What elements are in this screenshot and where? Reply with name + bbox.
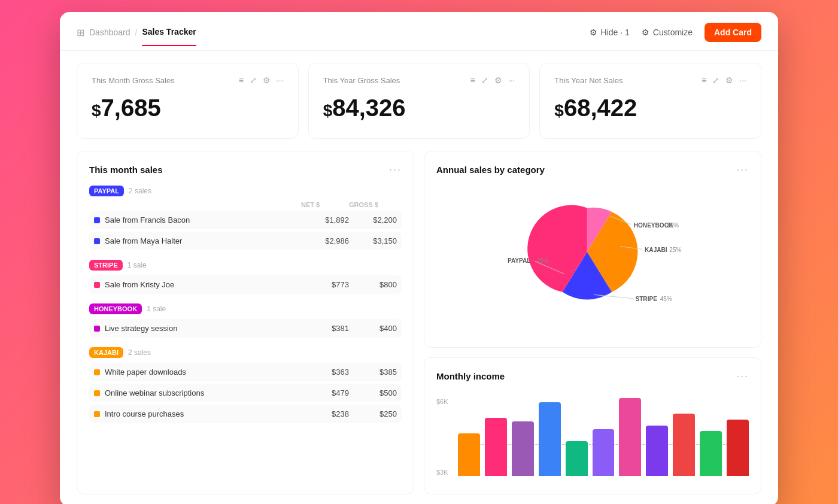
- gear-icon-2[interactable]: ⚙: [494, 75, 502, 85]
- stat-card-value-3: $68,422: [554, 95, 746, 122]
- stat-card-icons-1: ≡ ⤢ ⚙ ···: [239, 75, 284, 85]
- header-actions: ⚙ Hide · 1 ⚙ Customize Add Card: [590, 23, 761, 50]
- more-icon[interactable]: ···: [277, 75, 284, 85]
- breadcrumb-current: Sales Tracker: [142, 27, 196, 46]
- sale-name: White paper downloads: [94, 368, 301, 377]
- sale-name: Live strategy session: [94, 324, 301, 333]
- svg-text:15%: 15%: [667, 222, 679, 229]
- bottom-sections: This month sales ··· PAYPAL 2 sales NET …: [77, 151, 761, 494]
- stat-card-value-2: $84,326: [323, 95, 515, 122]
- svg-text:45%: 45%: [660, 296, 672, 302]
- sale-row: Live strategy session $381 $400: [89, 319, 402, 338]
- sales-list: PAYPAL 2 sales NET $ GROSS $ Sale from F…: [89, 186, 402, 423]
- bar-0: [458, 433, 480, 476]
- payment-group-count-stripe: 1 sale: [127, 261, 147, 269]
- payment-badge-honeybook: HONEYBOOK: [89, 303, 142, 314]
- stat-card-monthly-gross: This Month Gross Sales ≡ ⤢ ⚙ ··· $7,685: [77, 63, 299, 139]
- sale-net: $2,986: [301, 236, 349, 245]
- expand-icon-2[interactable]: ⤢: [481, 75, 488, 85]
- sale-row: Sale from Maya Halter $2,986 $3,150: [89, 232, 402, 250]
- bar-8: [673, 414, 695, 476]
- stat-cards: This Month Gross Sales ≡ ⤢ ⚙ ··· $7,685 …: [77, 63, 761, 139]
- expand-icon-3[interactable]: ⤢: [712, 75, 719, 85]
- sale-row: Sale from Francis Bacon $1,892 $2,200: [89, 211, 402, 229]
- payment-group-count-honeybook: 1 sale: [147, 305, 166, 313]
- stat-card-title-1: This Month Gross Sales: [92, 76, 175, 85]
- bar-chart-bars: [458, 398, 749, 476]
- payment-group-count-kajabi: 2 sales: [128, 348, 151, 357]
- pie-section-header: Annual sales by category ···: [436, 163, 749, 176]
- header: ⊞ Dashboard / Sales Tracker ⚙ Hide · 1 ⚙…: [60, 12, 778, 51]
- sale-net: $773: [301, 280, 349, 289]
- svg-text:STRIPE: STRIPE: [636, 296, 658, 302]
- sale-net: $1,892: [301, 215, 349, 224]
- bar-chart-area: $6K $3K: [436, 398, 749, 476]
- payment-badge-paypal: PAYPAL: [89, 186, 124, 196]
- sale-dot: [94, 282, 100, 288]
- sale-row: Online webinar subscriptions $479 $500: [89, 384, 402, 402]
- payment-badge-kajabi: KAJABI: [89, 347, 123, 358]
- sale-dot: [94, 217, 100, 223]
- bar-more-button[interactable]: ···: [736, 370, 749, 382]
- sales-section-header: This month sales ···: [89, 163, 402, 176]
- filter-icon-3[interactable]: ≡: [702, 75, 706, 85]
- settings-icon: ⚙: [642, 28, 649, 37]
- payment-group-header-kajabi: KAJABI 2 sales: [89, 347, 402, 358]
- filter-icon-2[interactable]: ≡: [470, 75, 475, 85]
- sale-gross: $250: [349, 409, 397, 418]
- bar-3: [539, 402, 561, 476]
- charts-column: Annual sales by category ···: [424, 151, 761, 494]
- breadcrumb-dashboard: Dashboard: [89, 28, 130, 37]
- filter-icon[interactable]: ≡: [239, 75, 244, 85]
- pie-more-button[interactable]: ···: [736, 163, 749, 176]
- sale-name: Online webinar subscriptions: [94, 388, 301, 397]
- bar-6: [619, 398, 641, 476]
- sale-net: $479: [301, 388, 349, 397]
- pie-chart-svg: HONEYBOOK 15% KAJABI 25% PAYPAL 25% STRI…: [497, 192, 688, 323]
- gear-icon[interactable]: ⚙: [263, 75, 271, 85]
- sales-section-title: This month sales: [89, 165, 163, 175]
- bar-section-header: Monthly income ···: [436, 370, 749, 382]
- bar-section: Monthly income ··· $6K $3K: [424, 357, 761, 494]
- pie-section-title: Annual sales by category: [436, 165, 545, 175]
- more-icon-3[interactable]: ···: [739, 75, 746, 85]
- bar-4: [566, 441, 588, 476]
- sale-name: Sale from Kristy Joe: [94, 280, 301, 289]
- more-icon-2[interactable]: ···: [508, 75, 515, 85]
- sale-gross: $500: [349, 388, 397, 397]
- breadcrumb: ⊞ Dashboard / Sales Tracker: [77, 27, 196, 47]
- sale-row: Intro course purchases $238 $250: [89, 405, 402, 423]
- sales-more-button[interactable]: ···: [389, 163, 402, 176]
- breadcrumb-sep: /: [135, 28, 138, 37]
- bar-1: [485, 418, 507, 476]
- customize-button[interactable]: ⚙ Customize: [642, 28, 693, 37]
- stat-card-icons-2: ≡ ⤢ ⚙ ···: [470, 75, 515, 85]
- sales-table-header: NET $ GROSS $: [99, 201, 402, 211]
- stat-card-header-2: This Year Gross Sales ≡ ⤢ ⚙ ···: [323, 75, 515, 85]
- gear-icon-3[interactable]: ⚙: [725, 75, 733, 85]
- stat-card-value-1: $7,685: [92, 95, 284, 122]
- add-card-button[interactable]: Add Card: [705, 23, 761, 42]
- sale-name: Intro course purchases: [94, 409, 301, 418]
- hide-button[interactable]: ⚙ Hide · 1: [590, 28, 630, 37]
- sale-dot: [94, 390, 100, 396]
- sale-gross: $800: [349, 280, 397, 289]
- sales-section: This month sales ··· PAYPAL 2 sales NET …: [77, 151, 414, 494]
- main-content: This Month Gross Sales ≡ ⤢ ⚙ ··· $7,685 …: [60, 51, 778, 504]
- bar-10: [727, 420, 749, 476]
- sale-row: Sale from Kristy Joe $773 $800: [89, 275, 402, 294]
- expand-icon[interactable]: ⤢: [250, 75, 257, 85]
- bar-5: [593, 429, 615, 476]
- bar-y-labels: $6K $3K: [436, 398, 448, 476]
- stat-card-title-3: This Year Net Sales: [554, 76, 623, 85]
- payment-group-honeybook: HONEYBOOK 1 sale Live strategy session $…: [89, 303, 402, 338]
- sale-name: Sale from Francis Bacon: [94, 215, 301, 224]
- pie-chart-container: HONEYBOOK 15% KAJABI 25% PAYPAL 25% STRI…: [436, 186, 749, 335]
- bar-7: [646, 426, 668, 476]
- stat-card-yearly-net: This Year Net Sales ≡ ⤢ ⚙ ··· $68,422: [539, 63, 761, 139]
- svg-text:25%: 25%: [537, 257, 549, 264]
- sale-net: $238: [301, 409, 349, 418]
- payment-group-header-paypal: PAYPAL 2 sales: [89, 186, 402, 196]
- payment-badge-stripe: STRIPE: [89, 260, 123, 271]
- sale-gross: $400: [349, 324, 397, 333]
